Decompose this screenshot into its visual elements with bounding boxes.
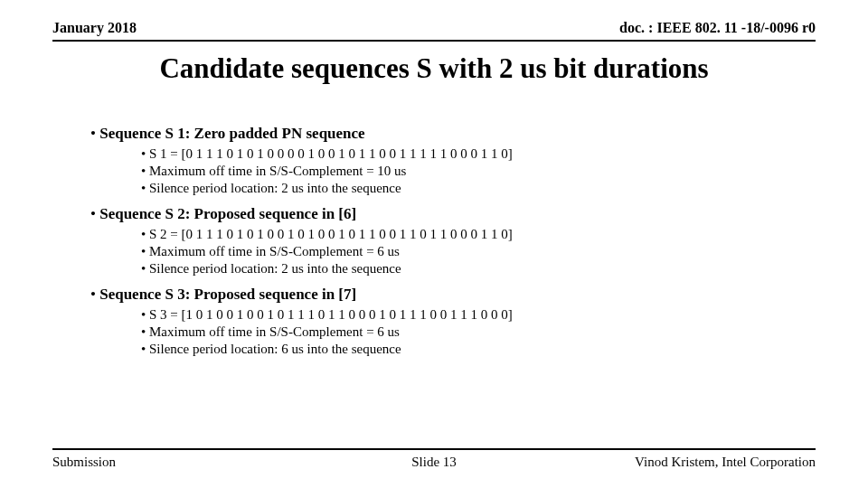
slide-header: January 2018 doc. : IEEE 802. 11 -18/-00… xyxy=(52,20,816,36)
sequence-maxoff: Maximum off time in S/S-Complement = 6 u… xyxy=(141,324,805,340)
sequence-block: Sequence S 3: Proposed sequence in [7] S… xyxy=(90,286,805,357)
slide-title: Candidate sequences S with 2 us bit dura… xyxy=(0,52,868,85)
sequence-block: Sequence S 2: Proposed sequence in [6] S… xyxy=(90,205,805,277)
slide-footer: Submission Slide 13 Vinod Kristem, Intel… xyxy=(52,455,816,470)
header-doc-id: doc. : IEEE 802. 11 -18/-0096 r0 xyxy=(619,20,816,36)
footer-author: Vinod Kristem, Intel Corporation xyxy=(635,455,816,470)
footer-left: Submission xyxy=(52,455,116,470)
sequence-bits: S 3 = [1 0 1 0 0 1 0 0 1 0 1 1 1 0 1 1 0… xyxy=(141,307,805,323)
header-date: January 2018 xyxy=(52,20,137,36)
sequence-heading: Sequence S 1: Zero padded PN sequence xyxy=(90,125,805,143)
sequence-silence: Silence period location: 2 us into the s… xyxy=(141,261,805,277)
slide-content: Sequence S 1: Zero padded PN sequence S … xyxy=(90,125,805,366)
header-rule xyxy=(52,40,816,42)
sequence-bits: S 1 = [0 1 1 1 0 1 0 1 0 0 0 0 1 0 0 1 0… xyxy=(141,146,805,162)
sequence-maxoff: Maximum off time in S/S-Complement = 10 … xyxy=(141,164,805,179)
sequence-heading: Sequence S 3: Proposed sequence in [7] xyxy=(90,286,805,304)
sequence-silence: Silence period location: 2 us into the s… xyxy=(141,181,805,196)
sequence-heading: Sequence S 2: Proposed sequence in [6] xyxy=(90,205,805,223)
sequence-block: Sequence S 1: Zero padded PN sequence S … xyxy=(90,125,805,196)
sequence-silence: Silence period location: 6 us into the s… xyxy=(141,342,805,357)
sequence-maxoff: Maximum off time in S/S-Complement = 6 u… xyxy=(141,244,805,259)
footer-rule xyxy=(52,448,816,450)
slide: January 2018 doc. : IEEE 802. 11 -18/-00… xyxy=(0,0,868,488)
sequence-bits: S 2 = [0 1 1 1 0 1 0 1 0 0 1 0 1 0 0 1 0… xyxy=(141,227,805,242)
